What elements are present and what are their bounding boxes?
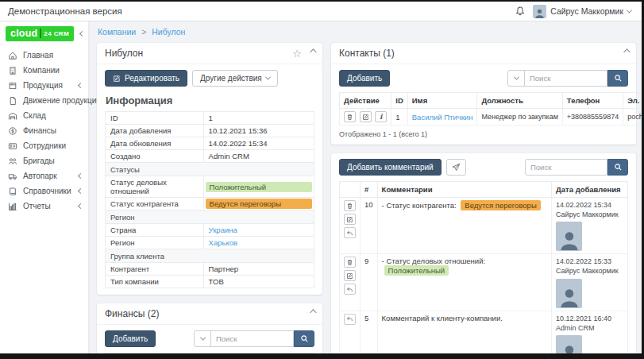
reply-icon[interactable] xyxy=(344,314,356,325)
info-icon[interactable]: i xyxy=(375,111,387,122)
delete-icon[interactable] xyxy=(344,111,356,122)
breadcrumb: Компании > Нибулон xyxy=(98,27,636,37)
company-info-table: ID1 Дата добавления10.12.2021 15:36 Дата… xyxy=(105,111,314,288)
comment-id: 10 xyxy=(361,198,378,254)
other-actions-button[interactable]: Другие действия xyxy=(192,70,278,87)
comments-search-input[interactable] xyxy=(525,159,607,176)
comment-row: 5 Комментарий к клиенту-компании. 10.12.… xyxy=(340,311,628,357)
info-group-header: Регион xyxy=(106,210,314,224)
chevron-down-icon xyxy=(265,75,271,80)
chevron-down-icon xyxy=(199,335,205,341)
comment-date: 14.02.2022 15:34 xyxy=(556,200,623,210)
comment-author: Сайрус Маккормик xyxy=(556,266,623,276)
add-contact-button[interactable]: Добавить xyxy=(339,70,390,87)
add-finance-button[interactable]: Добавить xyxy=(105,330,156,347)
delete-icon[interactable] xyxy=(344,200,356,211)
letterbox-bottom xyxy=(0,353,644,359)
book-icon xyxy=(7,187,17,196)
contact-name-link[interactable]: Василий Птичкин xyxy=(412,113,473,122)
status-badge: Ведутся переговоры xyxy=(206,199,312,209)
home-icon xyxy=(7,51,17,60)
search-field-dropdown[interactable] xyxy=(507,70,525,87)
file-icon xyxy=(7,96,17,106)
comments-search-button[interactable] xyxy=(607,159,628,176)
info-value: Партнер xyxy=(203,263,314,276)
comment-date: 10.12.2021 16:40 xyxy=(556,314,623,323)
chart-icon xyxy=(7,202,17,211)
submenu-chevron-icon xyxy=(78,188,83,194)
info-value: 14.02.2022 15:34 xyxy=(203,137,314,150)
edit-icon[interactable] xyxy=(344,270,356,281)
bell-icon[interactable] xyxy=(515,6,526,17)
edit-icon[interactable] xyxy=(360,111,372,122)
collapse-card-icon[interactable] xyxy=(310,309,316,315)
user-menu[interactable]: Сайрус Маккормик xyxy=(533,5,631,18)
comment-text: Комментарий к клиенту-компании. xyxy=(382,314,503,322)
contacts-card: Контакты (1) Добавить xyxy=(331,43,636,145)
country-link[interactable]: Украина xyxy=(209,226,237,234)
region-link[interactable]: Харьков xyxy=(209,238,237,247)
submenu-chevron-icon xyxy=(78,203,83,209)
logo-text-primary: cloud xyxy=(10,28,37,39)
finances-card: Финансы (2) Добавить xyxy=(97,303,322,357)
comments-card: Добавить комментарий xyxy=(331,153,636,357)
reply-icon[interactable] xyxy=(344,284,356,295)
logo[interactable]: cloud 24 CRM xyxy=(6,26,74,41)
comments-table: # Комментарии Дата добавления xyxy=(339,181,628,357)
sidebar-item-brigades[interactable]: Бригады xyxy=(0,153,88,168)
edit-company-button[interactable]: Редактировать xyxy=(105,70,187,87)
delete-icon[interactable] xyxy=(344,257,356,268)
warehouse-icon xyxy=(7,111,17,121)
truck-icon xyxy=(7,172,17,181)
id-card-icon xyxy=(7,141,17,151)
info-section-title: Информация xyxy=(106,95,314,106)
comment-status-badge: Положительный xyxy=(384,265,449,276)
send-notification-button[interactable] xyxy=(446,159,466,176)
sidebar-item-finances[interactable]: Финансы xyxy=(0,123,88,138)
main-content: Компании > Нибулон Нибулон ☆ xyxy=(89,21,644,357)
finances-search-input[interactable] xyxy=(211,330,294,347)
logo-text-secondary: 24 CRM xyxy=(44,30,69,37)
contacts-search-input[interactable] xyxy=(525,70,607,87)
sidebar-item-employees[interactable]: Сотрудники xyxy=(0,138,88,153)
comment-author-avatar xyxy=(556,279,582,308)
comment-id: 5 xyxy=(361,311,378,357)
comment-date: 14.02.2022 15:33 xyxy=(556,257,623,266)
sidebar-item-product-movement[interactable]: Движение продукции xyxy=(0,93,88,108)
reply-icon[interactable] xyxy=(344,227,356,238)
sidebar-item-companies[interactable]: Компании xyxy=(0,63,88,78)
sidebar-item-home[interactable]: Главная xyxy=(0,48,88,63)
comment-row: 10 - Статус контрагента: Ведутся перегов… xyxy=(340,198,628,254)
sidebar-item-vehicles[interactable]: Автопарк xyxy=(0,168,88,183)
sidebar-item-reports[interactable]: Отчеты xyxy=(0,199,88,214)
user-name: Сайрус Маккормик xyxy=(550,6,623,16)
info-value: 1 xyxy=(203,112,314,125)
sidebar-item-warehouse[interactable]: Склад xyxy=(0,108,88,123)
sidebar: cloud 24 CRM Главная Компании Продукция xyxy=(0,21,89,357)
favorite-star-icon[interactable]: ☆ xyxy=(292,48,302,59)
contacts-search-button[interactable] xyxy=(607,70,628,87)
sidebar-item-directories[interactable]: Справочники xyxy=(0,183,88,199)
app-window: Демонстрационная версия Сайрус Маккормик… xyxy=(0,0,644,359)
sidebar-menu: Главная Компании Продукция Движение прод… xyxy=(0,48,88,214)
search-field-dropdown[interactable] xyxy=(194,330,211,347)
contact-row: i 1 Василий Птичкин Менеджер по закупкам… xyxy=(340,109,644,125)
users-icon xyxy=(7,156,17,166)
sidebar-item-products[interactable]: Продукция xyxy=(0,78,88,93)
letterbox-top xyxy=(0,0,644,2)
contacts-table: ДействиеID ИмяДолжность ТелефонЭл. почта… xyxy=(339,92,644,125)
sidebar-collapse-icon[interactable] xyxy=(79,31,85,37)
edit-icon[interactable] xyxy=(344,214,356,225)
money-icon xyxy=(7,126,17,136)
info-value: Admin CRM xyxy=(203,150,314,163)
chevron-down-icon xyxy=(627,7,632,13)
breadcrumb-companies-link[interactable]: Компании xyxy=(98,27,136,37)
finances-search-button[interactable] xyxy=(294,330,314,347)
collapse-card-icon[interactable] xyxy=(310,48,316,55)
collapse-card-icon[interactable] xyxy=(623,48,630,55)
breadcrumb-current[interactable]: Нибулон xyxy=(152,27,185,37)
comment-id: 9 xyxy=(361,254,378,311)
logo-divider xyxy=(40,29,41,38)
add-comment-button[interactable]: Добавить комментарий xyxy=(339,159,442,176)
comment-text: - Статус контрагента: xyxy=(382,201,457,210)
